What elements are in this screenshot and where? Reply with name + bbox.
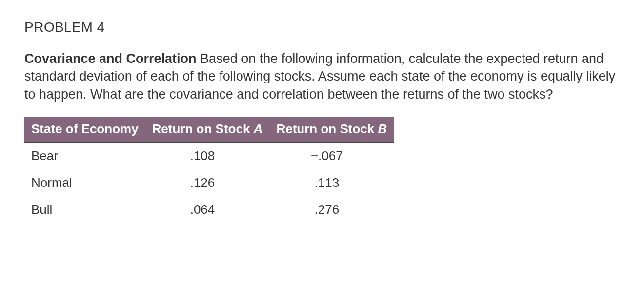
cell-state: Normal bbox=[24, 169, 145, 196]
cell-stock-a: .064 bbox=[145, 196, 270, 223]
header-stock-b-prefix: Return on Stock bbox=[276, 122, 378, 136]
cell-stock-b: .113 bbox=[269, 169, 394, 196]
problem-description: Covariance and Correlation Based on the … bbox=[24, 50, 620, 103]
table-header-row: State of Economy Return on Stock A Retur… bbox=[24, 117, 394, 142]
header-state: State of Economy bbox=[24, 117, 145, 142]
cell-stock-b: −.067 bbox=[269, 142, 394, 169]
table-row: Normal .126 .113 bbox=[24, 169, 394, 196]
cell-state: Bear bbox=[24, 142, 145, 169]
problem-lead: Covariance and Correlation bbox=[24, 51, 197, 66]
cell-stock-b: .276 bbox=[269, 196, 394, 223]
cell-stock-a: .108 bbox=[145, 142, 270, 169]
header-stock-b: Return on Stock B bbox=[269, 117, 394, 142]
cell-state: Bull bbox=[24, 196, 145, 223]
table-row: Bear .108 −.067 bbox=[24, 142, 394, 169]
header-stock-a-prefix: Return on Stock bbox=[152, 122, 254, 136]
returns-table: State of Economy Return on Stock A Retur… bbox=[24, 117, 394, 223]
problem-title: PROBLEM 4 bbox=[24, 20, 620, 35]
table-row: Bull .064 .276 bbox=[24, 196, 394, 223]
header-stock-a-ital: A bbox=[254, 122, 263, 136]
cell-stock-a: .126 bbox=[145, 169, 270, 196]
header-stock-a: Return on Stock A bbox=[145, 117, 270, 142]
header-stock-b-ital: B bbox=[378, 122, 387, 136]
